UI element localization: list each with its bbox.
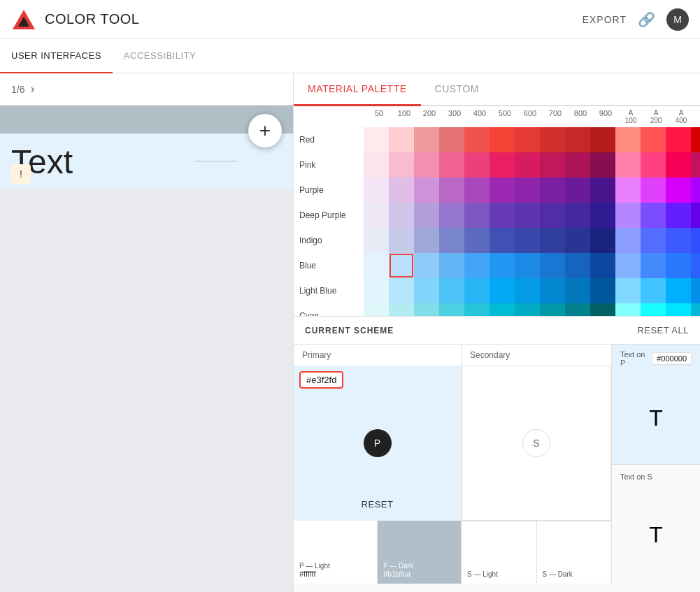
color-swatch[interactable]	[389, 253, 414, 278]
color-swatch[interactable]	[364, 303, 389, 316]
color-swatch[interactable]	[691, 203, 700, 228]
color-swatch[interactable]	[641, 253, 666, 278]
link-icon[interactable]: 🔗	[638, 11, 655, 28]
color-swatch[interactable]	[364, 152, 389, 178]
color-swatch[interactable]	[464, 203, 490, 228]
color-swatch[interactable]	[590, 178, 615, 203]
color-swatch[interactable]	[490, 203, 515, 228]
color-swatch[interactable]	[389, 203, 414, 228]
color-swatch[interactable]	[615, 152, 641, 178]
chevron-right-icon[interactable]: ›	[30, 82, 34, 96]
color-swatch[interactable]	[490, 127, 515, 152]
color-swatch[interactable]	[666, 278, 691, 303]
color-swatch[interactable]	[540, 303, 565, 316]
color-swatch[interactable]	[590, 228, 615, 253]
color-swatch[interactable]	[439, 228, 464, 253]
color-swatch[interactable]	[464, 303, 490, 316]
color-swatch[interactable]	[540, 253, 565, 278]
user-avatar[interactable]: M	[666, 8, 689, 31]
color-swatch[interactable]	[691, 303, 700, 316]
warning-icon[interactable]: !	[11, 164, 31, 184]
color-swatch[interactable]	[540, 278, 565, 303]
color-swatch[interactable]	[490, 178, 515, 203]
color-swatch[interactable]	[666, 127, 691, 152]
color-swatch[interactable]	[464, 178, 490, 203]
color-swatch[interactable]	[515, 127, 540, 152]
color-swatch[interactable]	[666, 178, 691, 203]
color-swatch[interactable]	[389, 152, 414, 178]
color-swatch[interactable]	[666, 203, 691, 228]
color-swatch[interactable]	[364, 178, 389, 203]
color-swatch[interactable]	[490, 278, 515, 303]
color-swatch[interactable]	[641, 278, 666, 303]
color-swatch[interactable]	[641, 203, 666, 228]
color-swatch[interactable]	[641, 152, 666, 178]
color-swatch[interactable]	[414, 278, 439, 303]
color-swatch[interactable]	[515, 278, 540, 303]
color-swatch[interactable]	[666, 152, 691, 178]
color-swatch[interactable]	[490, 152, 515, 178]
color-swatch[interactable]	[590, 127, 615, 152]
color-swatch[interactable]	[414, 253, 439, 278]
color-swatch[interactable]	[439, 253, 464, 278]
color-swatch[interactable]	[641, 178, 666, 203]
color-swatch[interactable]	[590, 152, 615, 178]
color-swatch[interactable]	[615, 253, 641, 278]
color-swatch[interactable]	[515, 203, 540, 228]
color-swatch[interactable]	[464, 152, 490, 178]
color-swatch[interactable]	[439, 178, 464, 203]
color-swatch[interactable]	[590, 203, 615, 228]
color-swatch[interactable]	[590, 253, 615, 278]
color-swatch[interactable]	[615, 228, 641, 253]
text-on-p-hex[interactable]: #000000	[652, 352, 692, 365]
export-button[interactable]: EXPORT	[583, 14, 627, 25]
color-swatch[interactable]	[565, 278, 590, 303]
color-swatch[interactable]	[364, 203, 389, 228]
color-swatch[interactable]	[666, 253, 691, 278]
color-swatch[interactable]	[414, 152, 439, 178]
color-swatch[interactable]	[691, 278, 700, 303]
primary-hex-badge[interactable]: #e3f2fd	[299, 371, 343, 389]
color-swatch[interactable]	[439, 203, 464, 228]
color-swatch[interactable]	[490, 228, 515, 253]
tab-custom[interactable]: CUSTOM	[421, 73, 493, 106]
color-swatch[interactable]	[565, 152, 590, 178]
color-swatch[interactable]	[565, 178, 590, 203]
primary-reset-button[interactable]: RESET	[356, 493, 399, 515]
color-swatch[interactable]	[490, 303, 515, 316]
color-swatch[interactable]	[540, 178, 565, 203]
color-swatch[interactable]	[540, 228, 565, 253]
color-swatch[interactable]	[464, 278, 490, 303]
color-swatch[interactable]	[439, 303, 464, 316]
color-swatch[interactable]	[691, 178, 700, 203]
color-swatch[interactable]	[691, 253, 700, 278]
color-swatch[interactable]	[641, 127, 666, 152]
tab-material-palette[interactable]: MATERIAL PALETTE	[294, 73, 421, 106]
color-swatch[interactable]	[666, 303, 691, 316]
color-swatch[interactable]	[540, 127, 565, 152]
color-swatch[interactable]	[414, 203, 439, 228]
color-swatch[interactable]	[565, 127, 590, 152]
color-swatch[interactable]	[364, 228, 389, 253]
color-swatch[interactable]	[615, 278, 641, 303]
color-swatch[interactable]	[540, 152, 565, 178]
color-swatch[interactable]	[439, 127, 464, 152]
color-swatch[interactable]	[364, 253, 389, 278]
color-swatch[interactable]	[389, 303, 414, 316]
color-swatch[interactable]	[414, 228, 439, 253]
color-swatch[interactable]	[565, 253, 590, 278]
color-swatch[interactable]	[691, 228, 700, 253]
reset-all-button[interactable]: RESET ALL	[637, 325, 689, 335]
color-swatch[interactable]	[615, 203, 641, 228]
color-swatch[interactable]	[464, 228, 490, 253]
color-swatch[interactable]	[515, 228, 540, 253]
color-swatch[interactable]	[439, 152, 464, 178]
color-swatch[interactable]	[389, 228, 414, 253]
color-swatch[interactable]	[615, 178, 641, 203]
color-swatch[interactable]	[414, 178, 439, 203]
color-swatch[interactable]	[565, 203, 590, 228]
color-swatch[interactable]	[490, 253, 515, 278]
color-swatch[interactable]	[464, 127, 490, 152]
color-swatch[interactable]	[691, 152, 700, 178]
color-swatch[interactable]	[615, 127, 641, 152]
